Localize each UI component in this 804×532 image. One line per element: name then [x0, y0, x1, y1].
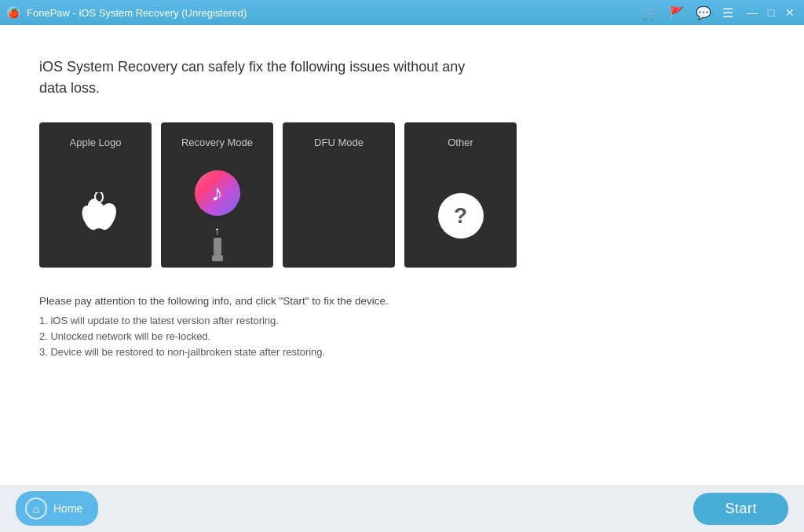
start-button-label: Start — [725, 501, 757, 516]
other-icon-area: ? — [438, 164, 484, 268]
home-button-label: Home — [53, 502, 82, 515]
recovery-mode-icon-area: ♪ ↑ — [195, 164, 240, 268]
minimize-button[interactable]: — — [744, 5, 760, 20]
main-content: iOS System Recovery can safely fix the f… — [0, 25, 804, 485]
window-title: FonePaw - iOS System Recovery (Unregiste… — [27, 7, 247, 19]
info-header-text: Please pay attention to the following in… — [39, 295, 765, 307]
recovery-mode-label: Recovery Mode — [181, 137, 253, 148]
itunes-circle: ♪ — [195, 170, 240, 216]
dfu-mode-label: DFU Mode — [314, 137, 364, 148]
apple-icon — [74, 192, 117, 239]
info-item-3: 3. Device will be restored to non-jailbr… — [39, 346, 765, 358]
apple-logo-icon-area — [74, 164, 117, 268]
dfu-mode-card[interactable]: DFU Mode — [283, 122, 395, 268]
recovery-mode-card[interactable]: Recovery Mode ♪ ↑ — [161, 122, 273, 268]
title-bar-right: 🛒 🚩 💬 ☰ — □ ✕ — [642, 5, 798, 20]
apple-logo-card[interactable]: Apple Logo — [39, 122, 152, 268]
home-icon: ⌂ — [32, 502, 39, 516]
home-button[interactable]: ⌂ Home — [16, 491, 98, 526]
app-icon: 🍎 — [6, 5, 20, 20]
list-icon[interactable]: ☰ — [722, 5, 733, 20]
other-label: Other — [448, 137, 473, 148]
headline-text: iOS System Recovery can safely fix the f… — [39, 56, 765, 99]
info-list: 1. iOS will update to the latest version… — [39, 315, 765, 358]
mode-cards-container: Apple Logo Recovery Mode ♪ ↑ — [39, 122, 765, 268]
cable-icon: ↑ — [212, 225, 223, 261]
start-button[interactable]: Start — [693, 493, 788, 525]
bottom-bar: ⌂ Home Start — [0, 485, 804, 532]
title-bar: 🍎 FonePaw - iOS System Recovery (Unregis… — [0, 0, 804, 25]
cable-arrow-icon: ↑ — [214, 225, 220, 236]
cable-head — [212, 255, 223, 261]
info-item-2: 2. Unlocked network will be re-locked. — [39, 330, 765, 342]
title-bar-toolbar-icons: 🛒 🚩 💬 ☰ — [642, 5, 733, 20]
svg-text:🍎: 🍎 — [8, 8, 20, 19]
cable-body — [214, 238, 221, 255]
chat-icon[interactable]: 💬 — [696, 5, 711, 20]
itunes-wrapper: ♪ ↑ — [195, 170, 240, 261]
question-mark-icon: ? — [454, 203, 467, 228]
title-bar-left: 🍎 FonePaw - iOS System Recovery (Unregis… — [6, 5, 247, 20]
svg-point-2 — [95, 192, 103, 202]
info-item-1: 1. iOS will update to the latest version… — [39, 315, 765, 326]
info-section: Please pay attention to the following in… — [39, 295, 765, 362]
other-card[interactable]: Other ? — [404, 122, 517, 268]
maximize-button[interactable]: □ — [763, 5, 779, 20]
cart-icon[interactable]: 🛒 — [642, 5, 658, 20]
flag-icon[interactable]: 🚩 — [669, 5, 685, 20]
home-icon-circle: ⌂ — [25, 497, 47, 519]
music-note-icon: ♪ — [211, 180, 223, 206]
apple-logo-label: Apple Logo — [70, 137, 122, 148]
close-button[interactable]: ✕ — [782, 5, 798, 20]
question-circle: ? — [438, 193, 484, 239]
